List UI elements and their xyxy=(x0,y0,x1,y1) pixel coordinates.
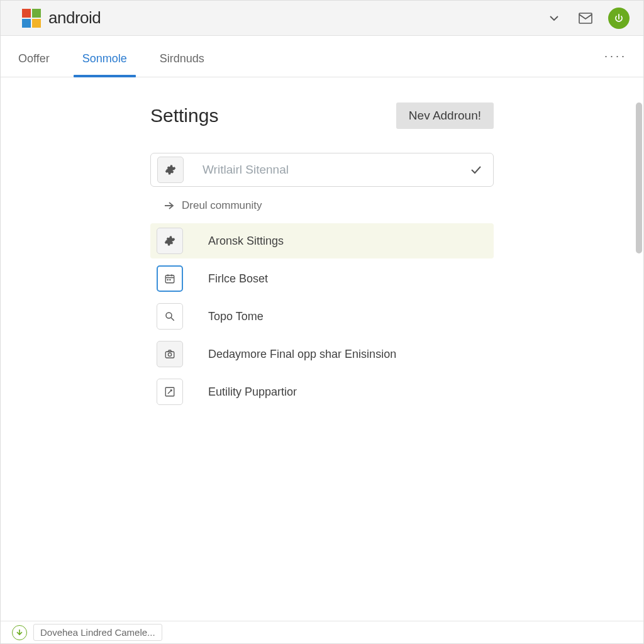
list-item-topo-tome[interactable]: Topo Tome xyxy=(150,299,494,334)
calendar-icon xyxy=(157,265,183,292)
list-item-label: Eutility Puppartior xyxy=(208,386,297,399)
title-row: Settings Nev Addroun! xyxy=(150,103,494,129)
tab-ooffer[interactable]: Ooffer xyxy=(17,52,51,77)
download-icon[interactable] xyxy=(12,625,27,640)
search-icon xyxy=(157,303,183,330)
svg-rect-3 xyxy=(169,279,170,280)
community-link[interactable]: Dreul community xyxy=(150,199,494,212)
scrollbar-thumb[interactable] xyxy=(636,103,642,253)
footer-status[interactable]: Dovehea Lindred Camele... xyxy=(33,624,162,641)
tab-overflow-icon[interactable]: ···· xyxy=(604,50,627,77)
microsoft-logo-icon xyxy=(22,9,41,28)
tab-sonmole[interactable]: Sonmole xyxy=(81,52,128,77)
arrow-right-icon xyxy=(164,201,174,210)
svg-rect-2 xyxy=(167,279,169,280)
chevron-down-icon[interactable] xyxy=(545,9,563,27)
svg-point-6 xyxy=(168,353,171,356)
header-actions xyxy=(545,8,630,29)
header-bar: android xyxy=(1,1,643,36)
new-addroun-button[interactable]: Nev Addroun! xyxy=(396,103,494,129)
camera-icon xyxy=(157,341,183,367)
list-item-eutility-puppartior[interactable]: Eutility Puppartior xyxy=(150,374,494,409)
logo-square-br xyxy=(32,19,41,28)
content: Settings Nev Addroun! Writlairl Sitennal… xyxy=(1,77,494,409)
list-item-aronsk-sittings[interactable]: Aronsk Sittings xyxy=(150,223,494,258)
gear-icon xyxy=(157,157,184,183)
main-panel: Settings Nev Addroun! Writlairl Sitennal… xyxy=(1,77,643,621)
list-item-label: Firlce Boset xyxy=(208,272,268,286)
app-window: android Ooffer Sonmole Sirdnuds ···· Set… xyxy=(0,0,644,644)
svg-point-4 xyxy=(166,313,172,318)
footer-bar: Dovehea Lindred Camele... xyxy=(1,621,643,643)
logo-square-tr xyxy=(32,9,41,18)
list-item-label: Aronsk Sittings xyxy=(208,235,284,248)
page-title: Settings xyxy=(150,105,396,126)
gear-icon xyxy=(157,228,183,254)
user-avatar[interactable] xyxy=(608,8,630,29)
mail-icon[interactable] xyxy=(577,9,594,27)
logo-square-tl xyxy=(22,9,31,18)
svg-rect-0 xyxy=(579,13,592,23)
brand-group: android xyxy=(22,8,101,28)
brand-text: android xyxy=(48,8,101,28)
tab-sirdnuds[interactable]: Sirdnuds xyxy=(158,52,206,77)
list-item-label: Dedaymore Final opp shar Enisinsion xyxy=(208,348,396,361)
edit-icon xyxy=(157,379,183,405)
list-item-dedaymore[interactable]: Dedaymore Final opp shar Enisinsion xyxy=(150,336,494,372)
logo-square-bl xyxy=(22,19,31,28)
check-icon xyxy=(470,165,482,174)
list-item-firlce-boset[interactable]: Firlce Boset xyxy=(150,261,494,296)
tab-bar: Ooffer Sonmole Sirdnuds ···· xyxy=(1,36,643,77)
select-placeholder: Writlairl Sitennal xyxy=(203,163,452,177)
community-link-label: Dreul community xyxy=(182,199,262,212)
settings-select[interactable]: Writlairl Sitennal xyxy=(150,153,494,187)
list-item-label: Topo Tome xyxy=(208,310,264,323)
